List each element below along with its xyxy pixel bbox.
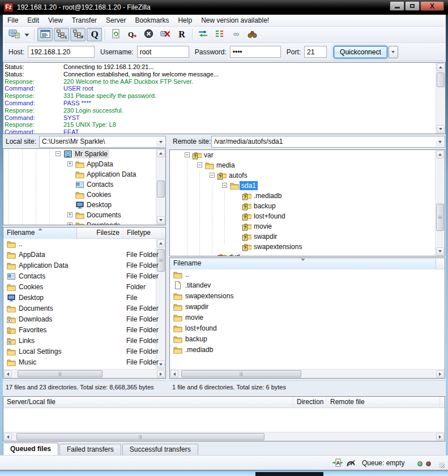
scroll-up-button[interactable] [436,151,444,158]
tree-item-var[interactable]: −?var [170,150,434,160]
column-header-filetype[interactable]: Filetype [123,228,163,239]
expand-icon[interactable]: + [67,222,72,225]
menu-item-transfer[interactable]: Transfer [67,15,101,26]
tree-item-sda1[interactable]: −sda1 [170,181,434,191]
collapse-icon[interactable]: − [210,173,215,178]
menu-item-view[interactable]: View [44,15,67,26]
directory-comparison-button[interactable] [195,28,211,41]
expand-icon[interactable]: + [67,161,72,166]
column-header-filename[interactable]: Filename [3,228,77,239]
file-row-appdata[interactable]: AppDataFile Folder [3,250,155,260]
scroll-right-button[interactable] [436,370,444,378]
tree-item-dvd[interactable]: ?dvd [170,252,434,256]
file-row-swapdir[interactable]: swapdir [170,302,443,312]
tree-item-appdata[interactable]: +AppData [3,159,155,169]
queue-column-direction[interactable]: Direction [293,397,327,408]
tree-item-swapdir[interactable]: ?swapdir [170,231,434,242]
local-tree-vertical-scrollbar[interactable] [156,149,165,225]
file-row-contacts[interactable]: ContactsFile Folder [3,271,155,282]
close-button[interactable]: X [420,1,444,11]
file-row-movie[interactable]: movie [170,312,443,323]
tree-item-label[interactable]: Downloads [85,221,122,225]
file-row--titandev[interactable]: .titandev [170,280,443,291]
tree-item-backup[interactable]: ?backup [170,201,434,211]
tree-item-label[interactable]: autofs [227,171,249,180]
combo-caret[interactable] [156,137,165,147]
tab-successful-transfers[interactable]: Successful transfers [122,444,198,455]
file-row--mediadb[interactable]: .mediadb [170,345,443,355]
file-row-cookies[interactable]: CookiesFolder [3,282,155,293]
search-button[interactable] [245,28,260,41]
toggle-local-tree-button[interactable]: L [54,28,69,41]
tree-item-contacts[interactable]: Contacts [3,179,155,190]
file-row-music[interactable]: MusicFile Folder [3,357,155,368]
tree-item-label[interactable]: .mediadb [252,191,283,200]
tree-item-cookies[interactable]: Cookies [3,190,155,200]
menu-item-help[interactable]: Help [173,15,197,26]
scroll-down-button[interactable] [436,247,444,255]
remote-tree-vertical-scrollbar[interactable] [435,150,445,256]
minimize-button[interactable] [390,1,404,11]
scrollbar-thumb[interactable] [18,370,103,378]
file-row-downloads[interactable]: DownloadsFile Folder [3,314,155,325]
tree-item-lost-found[interactable]: ?lost+found [170,211,434,221]
tree-item-label[interactable]: sda1 [240,181,258,190]
scroll-down-button[interactable] [437,125,445,133]
reconnect-button[interactable]: R [174,28,189,41]
scroll-up-button[interactable] [157,149,165,157]
local-list-horizontal-scrollbar[interactable] [3,369,165,378]
tree-item-label[interactable]: Desktop [85,200,113,209]
tree-item-mr-sparkle[interactable]: −Mr Sparkle [3,149,155,159]
tree-item-downloads[interactable]: +Downloads [3,220,155,225]
collapse-icon[interactable]: − [185,152,190,157]
file-row-documents[interactable]: DocumentsFile Folder [3,303,155,314]
column-header-filesize[interactable]: Filesize [77,228,123,239]
combo-caret[interactable] [436,137,444,147]
port-input[interactable] [304,46,327,58]
tree-item-desktop[interactable]: Desktop [3,200,155,210]
scroll-right-button[interactable] [436,433,444,440]
file-row-backup[interactable]: backup [170,334,443,345]
menu-item-bookmarks[interactable]: Bookmarks [130,15,173,26]
tab-queued-files[interactable]: Queued files [3,443,58,455]
tree-item--mediadb[interactable]: ?.mediadb [170,191,434,201]
tree-item-label[interactable]: Documents [85,211,123,220]
username-input[interactable] [137,46,189,58]
queue-column-remote-file[interactable]: Remote file [327,397,440,408]
tree-item-label[interactable]: Application Data [85,170,138,179]
scrollbar-thumb[interactable] [16,433,264,440]
tree-item-label[interactable]: Cookies [85,190,113,199]
tree-item-label[interactable]: media [215,161,237,170]
file-row-swapextensions[interactable]: swapextensions [170,291,443,302]
toggle-message-log-button[interactable] [37,28,53,41]
remote-list-horizontal-scrollbar[interactable] [170,369,445,378]
file-row--[interactable]: .. [3,239,155,250]
scroll-left-button[interactable] [4,433,12,440]
file-row-links[interactable]: LinksFile Folder [3,336,155,346]
title-bar[interactable]: Fz 192.168.1.20 - root@192.168.1.20 - Fi… [0,0,448,15]
site-manager-dropdown-button[interactable] [23,28,31,41]
collapse-icon[interactable]: − [56,151,61,156]
resize-grip[interactable] [439,462,445,468]
menu-item-server[interactable]: Server [101,15,130,26]
remote-site-combo[interactable]: /var/media/autofs/sda1 [211,136,445,148]
tree-item-autofs[interactable]: −?autofs [170,170,434,181]
filter-button[interactable]: ∞ [228,28,244,41]
tree-item-label[interactable]: dvd [227,252,241,256]
quickconnect-button[interactable]: Quickconnect [334,46,387,58]
tree-item-documents[interactable]: +Documents [3,210,155,220]
menu-item-edit[interactable]: Edit [23,15,44,26]
cancel-button[interactable] [141,28,156,41]
scroll-left-button[interactable] [4,370,12,378]
file-row-favorites[interactable]: FavoritesFile Folder [3,325,155,336]
process-queue-button[interactable]: Q [125,28,140,41]
scroll-down-button[interactable] [157,216,165,224]
scroll-up-button[interactable] [437,63,445,71]
collapse-icon[interactable]: − [197,162,202,168]
file-row--[interactable]: .. [170,269,443,280]
tree-item-label[interactable]: var [202,151,215,160]
refresh-button[interactable] [108,28,123,41]
tree-item-swapextensions[interactable]: ?swapextensions [170,242,434,252]
disconnect-button[interactable] [157,28,173,41]
local-site-combo[interactable]: C:\Users\Mr Sparkle\ [39,136,166,148]
